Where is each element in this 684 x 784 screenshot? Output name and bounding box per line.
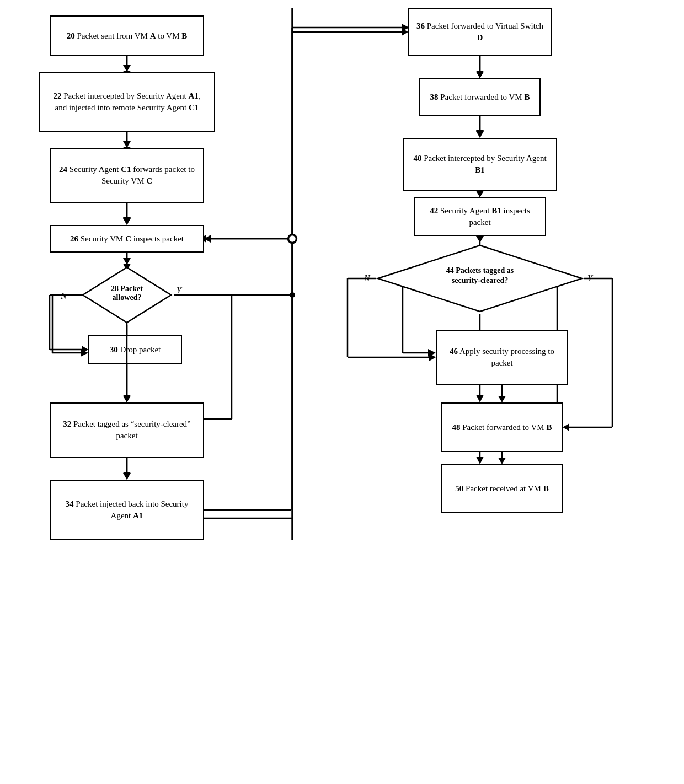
svg-marker-38 <box>476 395 484 402</box>
node-28-n-label: N <box>61 291 67 301</box>
node-42: 42 Security Agent B1 inspects packet <box>414 197 546 236</box>
svg-marker-59 <box>123 141 131 148</box>
svg-marker-57 <box>123 65 131 72</box>
node-22: 22 Packet intercepted by Security Agent … <box>39 72 215 132</box>
svg-marker-70 <box>123 396 131 402</box>
node-30: 30 Drop packet <box>88 335 182 364</box>
svg-marker-81 <box>476 72 484 78</box>
svg-marker-21 <box>476 71 484 78</box>
svg-marker-63 <box>123 258 131 265</box>
svg-text:44  Packets tagged as: 44 Packets tagged as <box>446 266 514 275</box>
node-28-diamond: 28 Packet allowed? <box>80 265 174 325</box>
svg-point-79 <box>288 235 296 243</box>
diamond-44-svg: 44 Packets tagged as security-cleared? <box>375 243 585 314</box>
node-44-diamond: 44 Packets tagged as security-cleared? <box>375 243 585 314</box>
node-20: 20 Packet sent from VM A to VM B <box>50 15 204 56</box>
svg-marker-83 <box>476 131 484 138</box>
node-24: 24 Security Agent C1 forwards packet to … <box>50 148 204 203</box>
svg-marker-67 <box>82 346 88 353</box>
svg-text:28  Packet: 28 Packet <box>111 284 143 293</box>
svg-marker-76 <box>402 28 408 36</box>
svg-marker-31 <box>428 349 436 357</box>
svg-marker-40 <box>476 457 484 464</box>
svg-marker-91 <box>429 353 436 361</box>
diamond-28-svg: 28 Packet allowed? <box>80 265 174 325</box>
svg-text:security-cleared?: security-cleared? <box>452 276 508 284</box>
node-32: 32 Packet tagged as “security-cleared” p… <box>50 402 204 458</box>
svg-marker-72 <box>123 473 131 480</box>
svg-marker-11 <box>81 349 88 357</box>
flowchart-diagram: 20 Packet sent from VM A to VM B 22 Pack… <box>0 0 684 784</box>
svg-marker-17 <box>123 395 131 402</box>
svg-marker-95 <box>563 423 569 431</box>
svg-marker-78 <box>204 235 211 243</box>
node-50: 50 Packet received at VM B <box>441 464 563 513</box>
node-38: 38 Packet forwarded to VM B <box>419 78 541 116</box>
node-36: 36 Packet forwarded to Virtual Switch D <box>408 8 552 56</box>
svg-marker-97 <box>498 396 506 402</box>
svg-marker-19 <box>123 472 131 480</box>
node-48: 48 Packet forwarded to VM B <box>441 402 563 452</box>
svg-marker-5 <box>123 217 131 225</box>
node-46: 46 Apply security processing to packet <box>436 330 568 385</box>
node-44-y-label: Y <box>587 273 592 283</box>
node-40: 40 Packet intercepted by Security Agent … <box>403 138 557 191</box>
node-34: 34 Packet injected back into Security Ag… <box>50 480 204 540</box>
node-26: 26 Security VM C inspects packet <box>50 225 204 253</box>
svg-point-47 <box>288 234 297 243</box>
svg-text:allowed?: allowed? <box>113 293 142 302</box>
node-28-y-label: Y <box>177 286 181 296</box>
svg-marker-87 <box>476 236 484 243</box>
svg-marker-85 <box>476 191 484 197</box>
svg-marker-99 <box>498 458 506 464</box>
svg-marker-25 <box>476 190 484 197</box>
svg-marker-61 <box>123 218 131 225</box>
svg-marker-23 <box>476 130 484 138</box>
node-44-n-label: N <box>364 273 370 283</box>
svg-point-49 <box>290 292 295 298</box>
